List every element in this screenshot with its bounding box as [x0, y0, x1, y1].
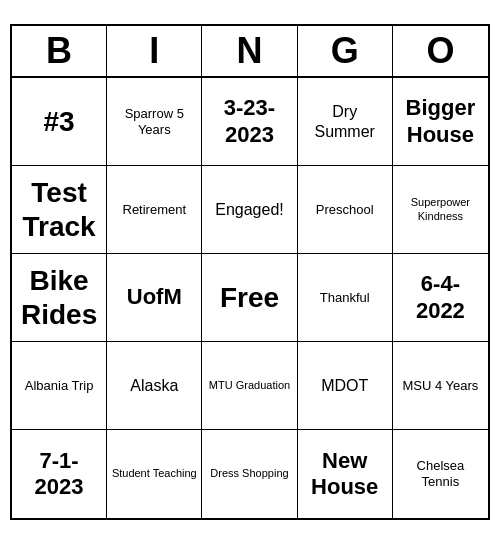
cell-text: Albania Trip — [25, 378, 94, 394]
bingo-cell: MTU Graduation — [202, 342, 297, 430]
cell-text: New House — [302, 448, 388, 501]
cell-text: Dry Summer — [302, 102, 388, 140]
cell-text: Chelsea Tennis — [397, 458, 484, 489]
cell-text: Bigger House — [397, 95, 484, 148]
bingo-cell: MDOT — [298, 342, 393, 430]
bingo-cell: UofM — [107, 254, 202, 342]
cell-text: #3 — [44, 105, 75, 139]
cell-text: 3-23-2023 — [206, 95, 292, 148]
cell-text: 7-1-2023 — [16, 448, 102, 501]
bingo-cell: Bigger House — [393, 78, 488, 166]
cell-text: Engaged! — [215, 200, 284, 219]
cell-text: MDOT — [321, 376, 368, 395]
cell-text: MTU Graduation — [209, 379, 290, 392]
cell-text: Free — [220, 281, 279, 315]
bingo-header: BINGO — [12, 26, 488, 78]
bingo-cell: 3-23-2023 — [202, 78, 297, 166]
bingo-cell: New House — [298, 430, 393, 518]
header-letter: G — [298, 26, 393, 76]
header-letter: N — [202, 26, 297, 76]
cell-text: Alaska — [130, 376, 178, 395]
bingo-cell: Chelsea Tennis — [393, 430, 488, 518]
cell-text: Superpower Kindness — [397, 196, 484, 222]
bingo-card: BINGO #3Sparrow 5 Years3-23-2023Dry Summ… — [10, 24, 490, 520]
bingo-cell: Free — [202, 254, 297, 342]
cell-text: Dress Shopping — [210, 467, 288, 480]
bingo-cell: Dry Summer — [298, 78, 393, 166]
cell-text: Retirement — [123, 202, 187, 218]
cell-text: Thankful — [320, 290, 370, 306]
cell-text: Preschool — [316, 202, 374, 218]
bingo-cell: Albania Trip — [12, 342, 107, 430]
bingo-cell: Bike Rides — [12, 254, 107, 342]
bingo-cell: MSU 4 Years — [393, 342, 488, 430]
bingo-cell: Alaska — [107, 342, 202, 430]
header-letter: B — [12, 26, 107, 76]
bingo-cell: Engaged! — [202, 166, 297, 254]
bingo-cell: Preschool — [298, 166, 393, 254]
bingo-cell: Sparrow 5 Years — [107, 78, 202, 166]
cell-text: Student Teaching — [112, 467, 197, 480]
bingo-cell: #3 — [12, 78, 107, 166]
bingo-cell: 7-1-2023 — [12, 430, 107, 518]
header-letter: I — [107, 26, 202, 76]
cell-text: Bike Rides — [16, 264, 102, 331]
bingo-grid: #3Sparrow 5 Years3-23-2023Dry SummerBigg… — [12, 78, 488, 518]
bingo-cell: Test Track — [12, 166, 107, 254]
cell-text: Test Track — [16, 176, 102, 243]
bingo-cell: Student Teaching — [107, 430, 202, 518]
header-letter: O — [393, 26, 488, 76]
bingo-cell: Superpower Kindness — [393, 166, 488, 254]
cell-text: MSU 4 Years — [402, 378, 478, 394]
cell-text: Sparrow 5 Years — [111, 106, 197, 137]
cell-text: UofM — [127, 284, 182, 310]
bingo-cell: Retirement — [107, 166, 202, 254]
bingo-cell: Dress Shopping — [202, 430, 297, 518]
cell-text: 6-4-2022 — [397, 271, 484, 324]
bingo-cell: Thankful — [298, 254, 393, 342]
bingo-cell: 6-4-2022 — [393, 254, 488, 342]
